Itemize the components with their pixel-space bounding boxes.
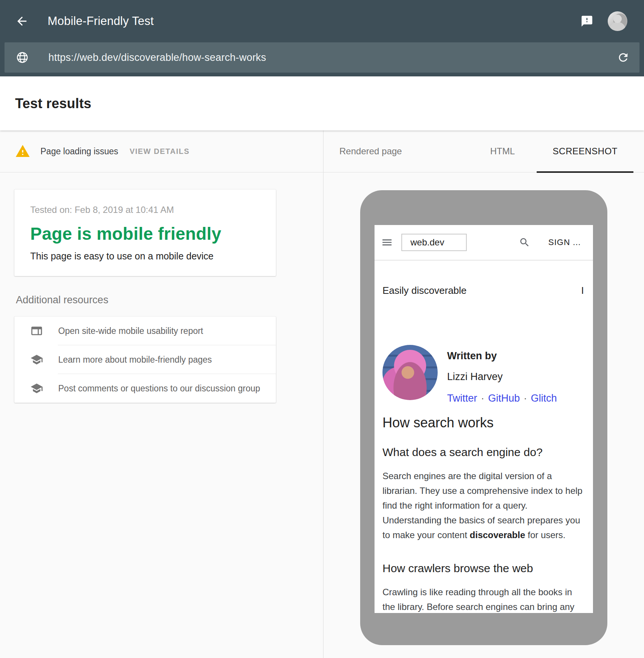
verdict-description: This page is easy to use on a mobile dev…	[30, 251, 261, 262]
resource-usability-report[interactable]: Open site-wide mobile usability report	[14, 317, 276, 345]
result-card: Tested on: Feb 8, 2019 at 10:41 AM Page …	[14, 189, 276, 276]
github-link: GitHub	[488, 393, 520, 404]
screenshot-site-header: web.dev SIGN ...	[375, 225, 593, 261]
back-arrow-icon[interactable]	[15, 14, 29, 28]
feedback-icon[interactable]	[581, 15, 593, 28]
article-title: How search works	[382, 415, 584, 431]
written-by-label: Written by	[447, 350, 557, 362]
globe-icon	[16, 51, 29, 64]
resource-learn-more[interactable]: Learn more about mobile-friendly pages	[14, 345, 276, 374]
author-block: Written by Lizzi Harvey Twitter·GitHub·G…	[382, 345, 584, 404]
school-icon	[30, 353, 43, 366]
view-details-link[interactable]: VIEW DETAILS	[130, 147, 190, 156]
screenshot-search-box: web.dev	[401, 234, 467, 251]
content: Page loading issues VIEW DETAILS Tested …	[0, 130, 644, 658]
article-paragraph-2: Crawling is like reading through all the…	[382, 585, 584, 613]
hamburger-menu-icon	[381, 236, 393, 248]
left-panel: Page loading issues VIEW DETAILS Tested …	[0, 130, 323, 658]
author-links: Twitter·GitHub·Glitch	[447, 393, 557, 404]
tab-bar: Rendered page HTML SCREENSHOT	[324, 130, 644, 172]
resource-label: Open site-wide mobile usability report	[58, 326, 203, 336]
article-paragraph-1: Search engines are the digital version o…	[382, 469, 584, 542]
resources-card: Open site-wide mobile usability report L…	[14, 317, 276, 403]
screenshot-overflow-char: I	[581, 285, 584, 296]
web-report-icon	[30, 324, 43, 337]
tab-screenshot[interactable]: SCREENSHOT	[537, 130, 633, 172]
verdict-text: Page is mobile friendly	[30, 223, 261, 244]
page-title: Test results	[15, 96, 91, 112]
tab-rendered-page[interactable]: Rendered page	[339, 130, 402, 172]
tab-html[interactable]: HTML	[490, 130, 515, 172]
author-avatar	[382, 345, 438, 400]
resource-discussion-group[interactable]: Post comments or questions to our discus…	[14, 374, 276, 403]
reload-icon[interactable]	[617, 51, 630, 64]
warning-label: Page loading issues	[40, 146, 118, 157]
user-avatar[interactable]	[608, 11, 627, 31]
warning-strip: Page loading issues VIEW DETAILS	[0, 130, 323, 172]
screenshot-breadcrumb: Easily discoverable	[382, 285, 467, 296]
resource-label: Post comments or questions to our discus…	[58, 383, 260, 394]
screenshot-preview: web.dev SIGN ... Easily discoverable I	[324, 172, 644, 645]
twitter-link: Twitter	[447, 393, 477, 404]
glitch-link: Glitch	[531, 393, 557, 404]
url-bar[interactable]: https://web.dev/discoverable/how-search-…	[5, 42, 639, 73]
app-title: Mobile-Friendly Test	[48, 14, 154, 28]
article-heading-2: How crawlers browse the web	[382, 562, 584, 575]
app-bar: Mobile-Friendly Test	[0, 0, 644, 42]
warning-icon	[15, 144, 30, 159]
phone-screen: web.dev SIGN ... Easily discoverable I	[375, 225, 593, 613]
right-panel: Rendered page HTML SCREENSHOT web.dev	[323, 130, 644, 658]
results-header: Test results	[0, 76, 644, 130]
screenshot-article: Easily discoverable I Written by Lizzi H…	[375, 285, 593, 613]
author-name: Lizzi Harvey	[447, 371, 557, 383]
screenshot-search-value: web.dev	[410, 237, 444, 248]
phone-mockup: web.dev SIGN ... Easily discoverable I	[360, 190, 607, 645]
additional-resources-title: Additional resources	[16, 294, 323, 306]
resource-label: Learn more about mobile-friendly pages	[58, 355, 212, 365]
url-bar-zone: https://web.dev/discoverable/how-search-…	[0, 42, 644, 76]
school-icon	[30, 382, 43, 395]
tested-on-timestamp: Tested on: Feb 8, 2019 at 10:41 AM	[30, 205, 261, 215]
url-text[interactable]: https://web.dev/discoverable/how-search-…	[48, 52, 617, 64]
screenshot-sign-in: SIGN ...	[548, 237, 581, 247]
article-heading-1: What does a search engine do?	[382, 446, 584, 459]
search-icon	[519, 237, 530, 248]
